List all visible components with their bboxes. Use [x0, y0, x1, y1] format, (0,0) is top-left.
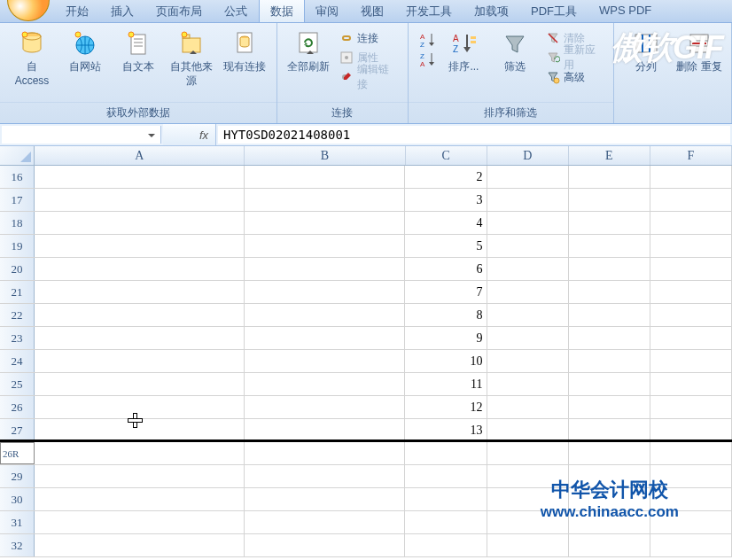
cell[interactable] [487, 235, 569, 257]
cell[interactable] [245, 304, 405, 326]
row-head[interactable]: 23 [0, 327, 35, 349]
cell[interactable] [569, 235, 650, 257]
row-head[interactable]: 25 [0, 373, 35, 395]
cell[interactable] [245, 534, 405, 556]
existing-conn[interactable]: 现有连接 [220, 27, 269, 77]
row-head[interactable]: 22 [0, 304, 35, 326]
cell[interactable] [650, 235, 732, 257]
cell[interactable] [35, 350, 245, 372]
cell[interactable] [569, 327, 650, 349]
cell[interactable] [405, 465, 487, 487]
cell[interactable] [35, 419, 245, 439]
cell[interactable] [35, 442, 245, 464]
cell[interactable]: 3 [405, 189, 487, 211]
cell[interactable] [569, 189, 650, 211]
cell[interactable] [650, 396, 732, 418]
filter[interactable]: 筛选 [491, 27, 538, 77]
from-other[interactable]: 自其他来源 [167, 27, 216, 90]
cell[interactable] [650, 281, 732, 303]
cell[interactable] [245, 281, 405, 303]
cell[interactable] [650, 373, 732, 395]
cell[interactable] [487, 465, 569, 487]
cell[interactable] [35, 488, 245, 510]
cell[interactable] [245, 327, 405, 349]
col-D[interactable]: D [487, 146, 569, 165]
sort[interactable]: AZ排序... [440, 27, 487, 77]
cell[interactable]: 8 [405, 304, 487, 326]
cell[interactable] [35, 258, 245, 280]
cell[interactable] [405, 442, 487, 464]
cell[interactable] [35, 235, 245, 257]
text-to-col[interactable]: 分列 [621, 27, 671, 77]
cell[interactable] [405, 534, 487, 556]
cell[interactable] [35, 166, 245, 188]
cell[interactable] [405, 511, 487, 533]
cell[interactable] [569, 281, 650, 303]
cell[interactable] [650, 166, 732, 188]
cell[interactable] [569, 373, 650, 395]
cell[interactable] [35, 465, 245, 487]
cell[interactable]: 13 [405, 419, 487, 439]
cell[interactable] [245, 189, 405, 211]
cell[interactable] [650, 419, 732, 439]
cell[interactable]: 9 [405, 327, 487, 349]
connections[interactable]: 连接 [336, 28, 401, 48]
remove-dup[interactable]: 删除 重复 [674, 27, 724, 77]
cell[interactable] [487, 373, 569, 395]
cell[interactable] [35, 212, 245, 234]
row-head[interactable]: 20 [0, 258, 35, 280]
cell[interactable] [245, 465, 405, 487]
cell[interactable] [487, 534, 569, 556]
cell[interactable] [487, 396, 569, 418]
cell[interactable] [569, 465, 650, 487]
cell[interactable] [569, 396, 650, 418]
cell[interactable] [650, 511, 732, 533]
cell[interactable] [487, 350, 569, 372]
row-head[interactable]: 26 [0, 396, 35, 418]
cell[interactable] [569, 511, 650, 533]
cell[interactable]: 4 [405, 212, 487, 234]
cell[interactable]: 5 [405, 235, 487, 257]
cell[interactable] [487, 419, 569, 439]
row-head[interactable]: 17 [0, 189, 35, 211]
row-head[interactable]: 19 [0, 235, 35, 257]
cell[interactable] [487, 488, 569, 510]
cell[interactable]: 6 [405, 258, 487, 280]
cell[interactable] [35, 511, 245, 533]
tab-10[interactable]: WPS PDF [588, 0, 663, 22]
sort-desc[interactable]: ZA [416, 48, 437, 67]
cell[interactable] [650, 212, 732, 234]
refresh-all[interactable]: 全部刷新 [284, 27, 332, 77]
cell[interactable] [487, 189, 569, 211]
cell[interactable] [487, 281, 569, 303]
cell[interactable] [487, 304, 569, 326]
col-C[interactable]: C [406, 146, 487, 165]
col-E[interactable]: E [569, 146, 650, 165]
cell[interactable] [569, 488, 650, 510]
cell[interactable] [245, 212, 405, 234]
cell[interactable]: 10 [405, 350, 487, 372]
cell[interactable] [650, 442, 732, 464]
tab-2[interactable]: 页面布局 [145, 0, 214, 22]
cell[interactable] [35, 327, 245, 349]
row-head[interactable]: 18 [0, 212, 35, 234]
cell[interactable]: 2 [405, 166, 487, 188]
cell[interactable] [405, 488, 487, 510]
cell[interactable] [569, 258, 650, 280]
tab-1[interactable]: 插入 [100, 0, 145, 22]
col-F[interactable]: F [650, 146, 732, 165]
cell[interactable] [35, 396, 245, 418]
cell[interactable] [487, 511, 569, 533]
tab-8[interactable]: 加载项 [463, 0, 520, 22]
tab-9[interactable]: PDF工具 [520, 0, 588, 22]
cell[interactable] [569, 304, 650, 326]
cell[interactable] [650, 350, 732, 372]
row-head[interactable]: 26R [0, 442, 35, 464]
tab-4[interactable]: 数据 [259, 0, 305, 22]
from-web[interactable]: 自网站 [60, 27, 110, 77]
from-access[interactable]: 自 Access [7, 27, 57, 90]
select-all-corner[interactable] [0, 146, 35, 165]
cell[interactable] [569, 350, 650, 372]
cell[interactable] [245, 419, 405, 439]
cell[interactable] [487, 327, 569, 349]
